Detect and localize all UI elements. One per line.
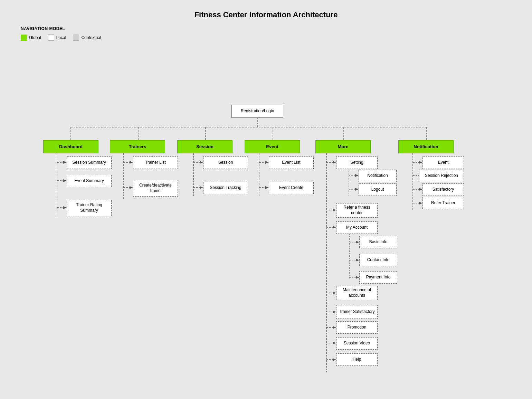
child-my-account: My Account bbox=[336, 221, 378, 234]
legend: Global Local Contextual bbox=[21, 35, 532, 41]
legend-local: Local bbox=[56, 35, 66, 40]
diagram: Registration/Login Dashboard Session Sum… bbox=[17, 51, 515, 390]
svg-marker-17 bbox=[130, 161, 133, 164]
child-event-summary: Event Summary bbox=[67, 175, 112, 187]
svg-marker-67 bbox=[419, 202, 422, 205]
svg-marker-58 bbox=[333, 358, 336, 361]
child-session-tracking: Session Tracking bbox=[203, 182, 248, 194]
svg-marker-32 bbox=[333, 161, 336, 164]
svg-marker-37 bbox=[355, 188, 359, 191]
child-trainer-list: Trainer List bbox=[133, 156, 178, 169]
svg-marker-44 bbox=[356, 241, 359, 244]
svg-marker-65 bbox=[419, 188, 422, 191]
svg-marker-35 bbox=[355, 174, 359, 177]
child-session-summary: Session Summary bbox=[67, 156, 112, 169]
svg-marker-19 bbox=[130, 186, 133, 189]
svg-marker-48 bbox=[356, 276, 359, 279]
svg-marker-24 bbox=[200, 186, 203, 189]
svg-marker-52 bbox=[333, 311, 336, 313]
connectors-svg bbox=[17, 51, 515, 390]
child-refer-trainer: Refer Trainer bbox=[422, 197, 464, 209]
header-event: Event bbox=[245, 140, 300, 153]
svg-marker-56 bbox=[333, 342, 336, 344]
child-basic-info: Basic Info bbox=[359, 236, 397, 248]
svg-marker-39 bbox=[333, 209, 336, 211]
svg-marker-12 bbox=[63, 179, 67, 182]
header-trainers: Trainers bbox=[110, 140, 165, 153]
child-create-deactivate-trainer: Create/deactivateTrainer bbox=[133, 180, 178, 197]
page-title: Fitness Center Information Architecture bbox=[0, 0, 532, 26]
child-session: Session bbox=[203, 156, 248, 169]
child-contact-info: Contact Info bbox=[359, 254, 397, 266]
child-setting: Setting bbox=[336, 156, 378, 169]
svg-marker-61 bbox=[419, 161, 422, 164]
child-event-create: Event Create bbox=[269, 182, 314, 194]
svg-marker-54 bbox=[333, 326, 336, 329]
child-payment-info: Payment Info bbox=[359, 271, 397, 284]
svg-marker-14 bbox=[63, 206, 67, 209]
svg-marker-29 bbox=[265, 186, 269, 189]
header-more: More bbox=[315, 140, 371, 153]
child-notification: Notification bbox=[359, 170, 397, 182]
child-refer-fitness: Refer a fitnesscenter bbox=[336, 203, 378, 218]
child-session-video: Session Video bbox=[336, 337, 378, 350]
root-node: Registration/Login bbox=[231, 105, 283, 118]
nav-model-label: NAVIGATION MODEL bbox=[21, 26, 532, 31]
legend-contextual: Contextual bbox=[81, 35, 101, 40]
child-event-list: Event LIst bbox=[269, 156, 314, 169]
svg-marker-50 bbox=[333, 292, 336, 294]
child-session-rejection: Session Rejection bbox=[419, 170, 464, 182]
child-help: Help bbox=[336, 353, 378, 366]
child-maintenance: Maintenance ofaccounts bbox=[336, 286, 378, 300]
svg-marker-27 bbox=[265, 161, 269, 164]
svg-marker-22 bbox=[200, 161, 203, 164]
header-session: Session bbox=[177, 140, 232, 153]
child-promotion: Promotion bbox=[336, 321, 378, 334]
child-satisfactory: Satisfactory bbox=[422, 183, 464, 196]
svg-marker-10 bbox=[63, 161, 67, 164]
header-dashboard: Dashboard bbox=[43, 140, 98, 153]
child-trainer-rating-summary: Trainer RatingSummary bbox=[67, 200, 112, 216]
svg-marker-46 bbox=[356, 259, 359, 262]
legend-global: Global bbox=[29, 35, 41, 40]
child-trainer-satisfactory: Trainer Satisfactory bbox=[336, 305, 378, 319]
child-notif-event: Event bbox=[422, 156, 464, 169]
child-logout: Logout bbox=[359, 183, 397, 196]
svg-marker-41 bbox=[333, 226, 336, 229]
header-notification: Notification bbox=[398, 140, 454, 153]
